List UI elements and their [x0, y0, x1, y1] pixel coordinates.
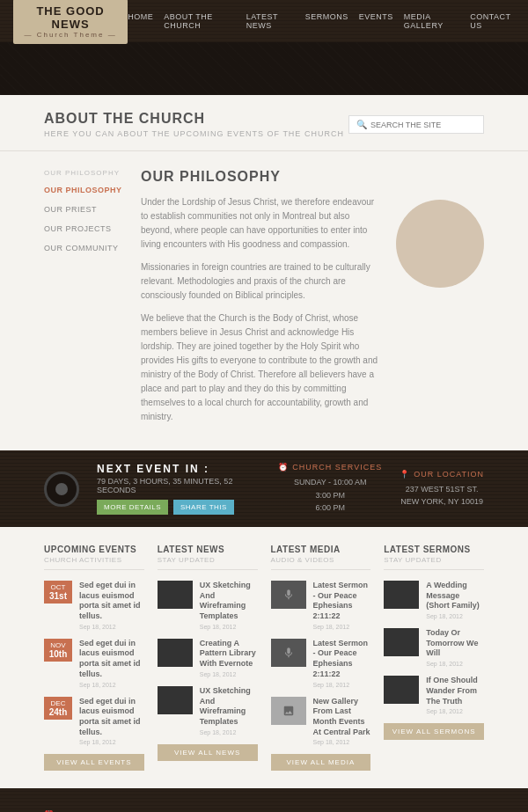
news-item-2: Creating A Pattern Library With Evernote… [158, 639, 258, 677]
church-services-label: ⏰ CHURCH SERVICES [278, 463, 382, 472]
view-all-news-button[interactable]: VIEW ALL NEWS [158, 744, 258, 761]
location-box: 📍 OUR LOCATION 237 WEST 51ST ST. NEW YOR… [400, 470, 484, 508]
upcoming-events-col: UPCOMING EVENTS CHURCH ACTIVITIES OCT 31… [44, 545, 144, 771]
date-month-3: DEC [48, 699, 68, 707]
view-all-media-button[interactable]: VIEW ALL MEDIA [271, 754, 371, 771]
view-all-sermons-button[interactable]: VIEW ALL SERMONS [384, 723, 484, 740]
sermon-title-3: If One Should Wander From The Truth [426, 676, 484, 706]
latest-sermons-subtitle: STAY UPDATED [384, 556, 484, 570]
footer: ⏰ CHURCH SERVICES SUNDAY - 10:00 AM 3:00… [0, 788, 528, 812]
page-subtitle: HERE YOU CAN ABOUT THE UPCOMING EVENTS O… [44, 129, 344, 138]
sidebar-link-community[interactable]: Our Community [44, 242, 123, 254]
nav-contact[interactable]: Contact Us [470, 12, 515, 30]
latest-news-title: LATEST NEWS [158, 545, 258, 554]
cs-time-1: SUNDAY - 10:00 AM [278, 476, 382, 488]
nav-news[interactable]: Latest News [246, 12, 295, 30]
cs-time-2: 3:00 PM [278, 489, 382, 501]
media-thumb-3 [271, 697, 306, 725]
church-services-box: ⏰ CHURCH SERVICES SUNDAY - 10:00 AM 3:00… [278, 463, 382, 514]
sidebar-link-projects[interactable]: Our Projects [44, 223, 123, 235]
media-text-1: Latest Sermon - Our Peace Ephesians 2:11… [313, 581, 371, 630]
view-all-events-button[interactable]: VIEW ALL EVENTS [44, 754, 144, 771]
sidebar-item-community[interactable]: Our Community [44, 242, 123, 254]
hero-banner [0, 42, 528, 95]
event-item-1: OCT 31st Sed eget dui in lacus euismod p… [44, 581, 144, 630]
event-label: NEXT EVENT IN : [97, 463, 260, 475]
media-item-1: Latest Sermon - Our Peace Ephesians 2:11… [271, 581, 371, 630]
clock-icon: ⏰ [278, 463, 289, 472]
latest-news-subtitle: STAY UPDATED [158, 556, 258, 570]
sermon-text-3: If One Should Wander From The Truth Sep … [426, 676, 484, 714]
date-month-1: OCT [48, 583, 68, 591]
share-button[interactable]: SHARE THIS [173, 500, 234, 515]
search-box[interactable]: 🔍 [348, 115, 484, 134]
media-date-3: Sep 18, 2012 [313, 739, 371, 745]
media-item-2: Latest Sermon - Our Peace Ephesians 2:11… [271, 639, 371, 688]
logo[interactable]: THE GOOD NEWS — Church Theme — [13, 0, 128, 44]
philosophy-title: OUR PHILOSOPHY [141, 169, 484, 185]
location-address: 237 WEST 51ST ST. NEW YORK, NY 10019 [400, 483, 484, 508]
site-header: THE GOOD NEWS — Church Theme — Home Abou… [0, 0, 528, 42]
event-banner: NEXT EVENT IN : 79 DAYS, 3 HOURS, 35 MIN… [0, 450, 528, 527]
date-day-2: 10th [48, 649, 68, 659]
logo-title: THE GOOD NEWS [22, 4, 119, 31]
sidebar-item-philosophy[interactable]: Our Philosophy [44, 184, 123, 196]
upcoming-events-title: UPCOMING EVENTS [44, 545, 144, 554]
news-item-1: UX Sketching And Wireframing Templates S… [158, 581, 258, 630]
sidebar-label: OUR PHILOSOPHY [44, 169, 123, 177]
nav-events[interactable]: Events [359, 12, 393, 30]
news-text-3: UX Sketching And Wireframing Templates S… [200, 686, 258, 735]
event-item-2: NOV 10th Sed eget dui in lacus euismod p… [44, 639, 144, 688]
nav-about[interactable]: About The Church [164, 12, 235, 30]
sermon-date-2: Sep 18, 2012 [426, 661, 484, 667]
event-clock-icon [44, 472, 79, 507]
philosophy-image [396, 200, 484, 288]
media-thumb-1 [271, 581, 306, 609]
event-title-1: Sed eget dui in lacus euismod porta sit … [79, 581, 144, 622]
media-date-2: Sep 18, 2012 [313, 682, 371, 688]
latest-media-subtitle: AUDIO & VIDEOS [271, 556, 371, 570]
event-text-2: Sed eget dui in lacus euismod porta sit … [79, 639, 144, 688]
church-services-times: SUNDAY - 10:00 AM 3:00 PM 6:00 PM [278, 476, 382, 514]
philosophy-para-3: We believe that the Church is the Body o… [141, 311, 383, 424]
sermon-title-1: A Wedding Message (Short Family) [426, 581, 484, 611]
news-title-2: Creating A Pattern Library With Evernote [200, 639, 258, 669]
event-buttons: MORE DETAILS SHARE THIS [97, 500, 260, 515]
philosophy-text: Under the Lordship of Jesus Christ, we t… [141, 195, 383, 433]
nav-home[interactable]: Home [128, 12, 153, 30]
philosophy-body: Under the Lordship of Jesus Christ, we t… [141, 195, 484, 433]
date-day-3: 24th [48, 707, 68, 717]
news-item-3: UX Sketching And Wireframing Templates S… [158, 686, 258, 735]
event-info: NEXT EVENT IN : 79 DAYS, 3 HOURS, 35 MIN… [97, 463, 260, 515]
pin-icon: 📍 [400, 470, 410, 479]
media-text-3: New Gallery From Last Month Events At Ce… [313, 697, 371, 746]
sidebar: OUR PHILOSOPHY Our Philosophy Our Priest… [44, 169, 123, 433]
sidebar-item-priest[interactable]: Our Priest [44, 203, 123, 216]
sidebar-link-philosophy[interactable]: Our Philosophy [44, 184, 123, 196]
media-title-1: Latest Sermon - Our Peace Ephesians 2:11… [313, 581, 371, 622]
page-header: ABOUT THE CHURCH HERE YOU CAN ABOUT THE … [0, 95, 528, 151]
news-text-1: UX Sketching And Wireframing Templates S… [200, 581, 258, 630]
date-box-dec: DEC 24th [44, 697, 72, 720]
media-title-3: New Gallery From Last Month Events At Ce… [313, 697, 371, 738]
nav-sermons[interactable]: Sermons [305, 12, 348, 30]
media-thumb-2 [271, 639, 306, 667]
main-nav: Home About The Church Latest News Sermon… [128, 12, 515, 30]
nav-media[interactable]: Media Gallery [404, 12, 459, 30]
main-content: OUR PHILOSOPHY Our Philosophy Our Priest… [0, 151, 528, 450]
sermon-title-2: Today Or Tomorrow We Will [426, 628, 484, 659]
sermon-thumb-2 [384, 628, 419, 656]
media-text-2: Latest Sermon - Our Peace Ephesians 2:11… [313, 639, 371, 688]
news-thumb-3 [158, 686, 193, 714]
event-item-3: DEC 24th Sed eget dui in lacus euismod p… [44, 697, 144, 746]
sidebar-link-priest[interactable]: Our Priest [44, 203, 123, 216]
sermon-item-3: If One Should Wander From The Truth Sep … [384, 676, 484, 714]
sermon-thumb-1 [384, 581, 419, 609]
sermon-date-3: Sep 18, 2012 [426, 708, 484, 714]
sidebar-item-projects[interactable]: Our Projects [44, 223, 123, 235]
sermon-text-2: Today Or Tomorrow We Will Sep 18, 2012 [426, 628, 484, 667]
search-input[interactable] [370, 121, 476, 129]
date-month-2: NOV [48, 641, 68, 649]
event-title-2: Sed eget dui in lacus euismod porta sit … [79, 639, 144, 680]
more-details-button[interactable]: MORE DETAILS [97, 500, 168, 515]
